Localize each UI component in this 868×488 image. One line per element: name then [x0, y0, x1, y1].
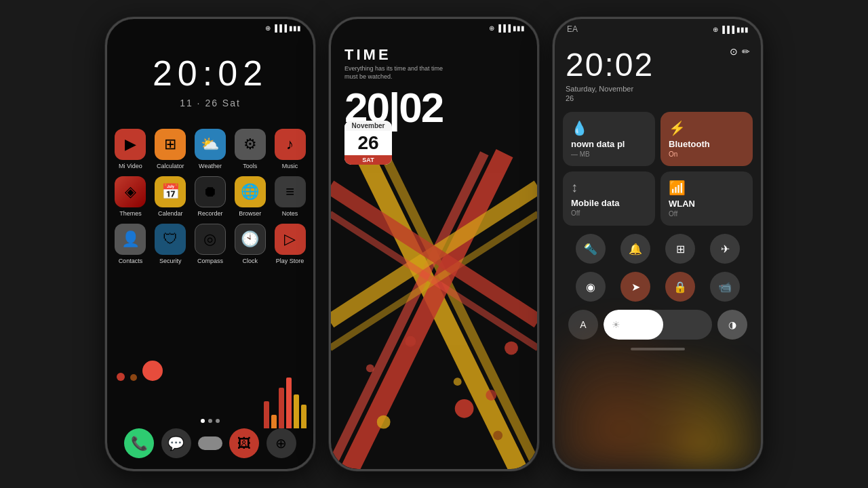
battery-icon-p1: ▮▮▮ — [289, 24, 301, 32]
app-icon-browser: 🌐 — [235, 176, 266, 207]
app-icon-recorder: ⏺ — [195, 176, 226, 207]
quick-bell-btn[interactable]: 🔔 — [620, 234, 650, 264]
app-label-calendar: Calendar — [158, 210, 183, 217]
tile-wlan[interactable]: 📶 WLAN Off — [660, 171, 753, 226]
bluetooth-icon-p1: ⊕ — [265, 24, 271, 32]
status-bar-2: ⊕ ▐▐▐ ▮▮▮ — [331, 19, 537, 35]
app-label-mi-video: Mi Video — [119, 163, 142, 169]
app-label-calculator: Calculator — [157, 163, 184, 169]
calendar-widget-2: November 26 SAT — [344, 121, 392, 165]
app-calculator[interactable]: ⊞ Calculator — [154, 129, 187, 169]
tile-mobile-data[interactable]: ↕ Mobile data Off — [563, 171, 655, 226]
app-label-compass: Compass — [197, 258, 223, 264]
app-label-play-store: Play Store — [276, 258, 304, 264]
signal-icon-p1: ▐▐▐ — [273, 24, 287, 32]
app-compass[interactable]: ◎ Compass — [194, 224, 227, 264]
quick-cast-btn[interactable]: ⊞ — [665, 234, 695, 264]
app-label-music: Music — [282, 163, 298, 169]
data-plan-label: nown data pl — [571, 139, 647, 149]
app-label-recorder: Recorder — [197, 210, 222, 217]
brightness-icon: ☀ — [612, 319, 620, 330]
time-label-2: TIME — [344, 46, 524, 64]
battery-icon-p3: ▮▮▮ — [736, 26, 749, 33]
app-icon-calendar: 📅 — [155, 176, 186, 207]
app-browser[interactable]: 🌐 Browser — [233, 176, 267, 217]
cc-time: 20:02 — [566, 46, 654, 83]
app-contacts[interactable]: 👤 Contacts — [114, 224, 147, 264]
app-notes[interactable]: ≡ Notes — [273, 176, 307, 217]
mobile-data-label: Mobile data — [571, 198, 647, 208]
status-bar-3: EA ⊕ ▐▐▐ ▮▮▮ — [555, 19, 761, 37]
app-icon-themes: ◈ — [115, 176, 146, 207]
app-icon-notes: ≡ — [275, 176, 306, 207]
app-icon-weather: ⛅ — [195, 129, 226, 160]
quick-airplane-btn[interactable]: ✈ — [710, 234, 740, 264]
mobile-data-status: Off — [571, 209, 647, 217]
app-label-notes: Notes — [282, 210, 298, 217]
page-dot-3 — [216, 419, 220, 423]
tile-data-plan[interactable]: 💧 nown data pl — MB — [563, 112, 655, 166]
brightness-slider[interactable]: ☀ — [604, 310, 712, 340]
app-recorder[interactable]: ⏺ Recorder — [194, 176, 227, 217]
screenshot-icon[interactable]: ⊙ — [730, 46, 738, 57]
dock-extra[interactable]: ⊕ — [267, 428, 296, 458]
app-icon-compass: ◎ — [195, 224, 226, 255]
app-label-themes: Themes — [119, 210, 142, 217]
cal-day-2: 26 — [344, 131, 392, 155]
dock-messages[interactable]: 💬 — [161, 428, 191, 458]
big-time-mins: 02 — [399, 84, 443, 131]
app-tools[interactable]: ⚙ Tools — [233, 129, 267, 169]
app-label-tools: Tools — [243, 163, 257, 169]
wlan-status: Off — [669, 210, 745, 218]
app-weather[interactable]: ⛅ Weather — [194, 129, 227, 169]
svg-point-15 — [493, 431, 502, 441]
dock-photos[interactable]: 🖼 — [229, 428, 259, 458]
app-security[interactable]: 🛡 Security — [154, 224, 187, 264]
time-sub-2: Everything has its time and that time mu… — [344, 65, 524, 81]
cc-header-actions: ⊙ ✏ — [730, 46, 750, 57]
app-label-browser: Browser — [239, 210, 261, 217]
mobile-data-icon: ↕ — [571, 180, 647, 195]
cc-date-num: 26 — [566, 94, 654, 102]
app-icon-security: 🛡 — [155, 224, 186, 255]
app-icon-play-store: ▷ — [275, 224, 306, 255]
edit-icon[interactable]: ✏ — [742, 46, 750, 57]
app-icon-clock: 🕙 — [235, 224, 266, 255]
phone-3: EA ⊕ ▐▐▐ ▮▮▮ 20:02 Saturday, November 26… — [553, 17, 763, 471]
cc-tiles: 💧 nown data pl — MB ⚡ Bluetooth On ↕ Mob… — [555, 108, 761, 230]
app-themes[interactable]: ◈ Themes — [114, 176, 147, 217]
cc-date-day: Saturday, November — [566, 85, 654, 93]
wlan-icon: 📶 — [669, 180, 745, 196]
app-label-security: Security — [159, 258, 182, 264]
dock: 📞 💬 🖼 ⊕ — [107, 424, 313, 462]
signal-icon-p2: ▐▐▐ — [496, 24, 511, 32]
app-label-clock: Clock — [243, 258, 258, 264]
svg-point-12 — [366, 364, 374, 372]
wlan-label: WLAN — [669, 199, 745, 209]
app-clock[interactable]: 🕙 Clock — [233, 224, 267, 264]
app-icon-calculator: ⊞ — [155, 129, 186, 160]
quick-torch-btn[interactable]: 🔦 — [576, 234, 606, 264]
svg-point-8 — [455, 399, 474, 418]
svg-point-11 — [505, 342, 518, 355]
app-label-weather: Weather — [199, 163, 222, 169]
data-plan-icon: 💧 — [571, 120, 647, 136]
phone-2: ⊕ ▐▐▐ ▮▮▮ — [329, 17, 539, 471]
app-icon-mi-video: ▶ — [115, 129, 146, 160]
status-bar-1: ⊕ ▐▐▐ ▮▮▮ — [107, 19, 313, 35]
app-icon-music: ♪ — [275, 129, 306, 160]
dock-toggle[interactable] — [198, 436, 222, 450]
tile-bluetooth[interactable]: ⚡ Bluetooth On — [660, 112, 753, 166]
phone-1: ⊕ ▐▐▐ ▮▮▮ 20:02 11 · 26 Sat ▶ Mi Video ⊞… — [105, 17, 315, 471]
bluetooth-tile-status: On — [669, 150, 745, 158]
clock-time-1: 20:02 — [107, 53, 313, 94]
app-icon-tools: ⚙ — [235, 129, 266, 160]
app-mi-video[interactable]: ▶ Mi Video — [114, 129, 147, 169]
dock-phone[interactable]: 📞 — [124, 428, 154, 458]
time-widget-2: TIME Everything has its time and that ti… — [344, 46, 524, 131]
app-music[interactable]: ♪ Music — [273, 129, 307, 169]
app-label-contacts: Contacts — [119, 258, 143, 264]
app-calendar[interactable]: 📅 Calendar — [154, 176, 187, 217]
svg-point-9 — [486, 390, 496, 401]
app-play-store[interactable]: ▷ Play Store — [273, 224, 307, 264]
